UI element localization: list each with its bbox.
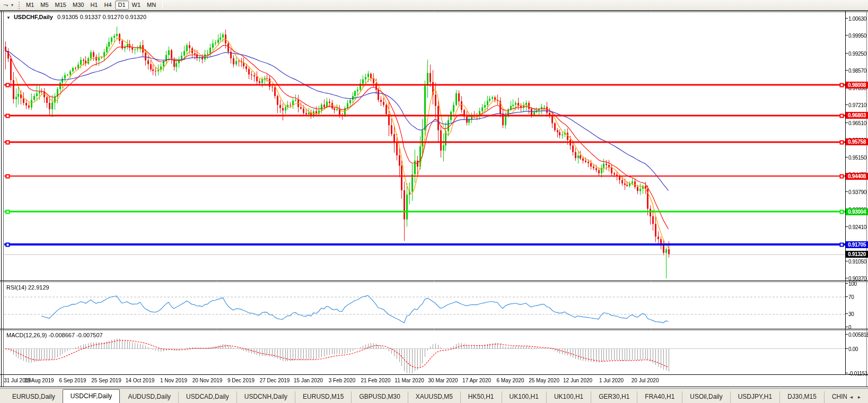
timeframe-button-m1[interactable]: M1 xyxy=(23,1,37,10)
tab-china300-h4[interactable]: CHINA300,H4 xyxy=(824,391,847,403)
timeframe-button-group: M1M5M15M30H1H4D1W1MN xyxy=(23,1,159,10)
chart-tabs: EURUSD,DailyUSDCHF,DailyAUDUSD,DailyUSDC… xyxy=(0,389,847,403)
timeframe-button-m15[interactable]: M15 xyxy=(52,1,69,10)
chart-tab-bar: EURUSD,DailyUSDCHF,DailyAUDUSD,DailyUSDC… xyxy=(0,388,868,403)
tab-ger30-h1[interactable]: GER30,H1 xyxy=(591,391,637,403)
tab-eurusd-m15[interactable]: EURUSD,M15 xyxy=(295,391,351,403)
tab-dj30-m15[interactable]: DJ30,M15 xyxy=(779,391,824,403)
chart-canvas[interactable] xyxy=(0,0,868,388)
tab-fra40-h1[interactable]: FRA40,H1 xyxy=(637,391,682,403)
timeframe-button-h4[interactable]: H4 xyxy=(101,1,115,10)
tab-usdchf-daily[interactable]: USDCHF,Daily xyxy=(63,389,120,403)
tab-usoil-daily[interactable]: USOil,Daily xyxy=(682,391,730,403)
tab-usdcnh-daily[interactable]: USDCNH,Daily xyxy=(236,391,295,403)
timeframe-button-h1[interactable]: H1 xyxy=(87,1,101,10)
crosshair-mode-icon[interactable]: ⤳ xyxy=(2,2,10,9)
toolbar-separator xyxy=(162,1,163,9)
timeframe-button-d1[interactable]: D1 xyxy=(115,1,129,10)
tab-scroll-controls: ◂ ▸ xyxy=(847,394,868,403)
tab-usdcad-daily[interactable]: USDCAD,Daily xyxy=(178,391,236,403)
tab-gbpusd-m30[interactable]: GBPUSD,M30 xyxy=(351,391,407,403)
tab-scroll-right-icon[interactable]: ▸ xyxy=(858,394,861,400)
tab-uk100-h1[interactable]: UK100,H1 xyxy=(546,391,591,403)
timeframe-button-m5[interactable]: M5 xyxy=(37,1,51,10)
timeframe-button-mn[interactable]: MN xyxy=(144,1,159,10)
tab-xauusd-m5[interactable]: XAUUSD,M5 xyxy=(408,391,460,403)
tab-hk50-h1[interactable]: HK50,H1 xyxy=(460,391,502,403)
chevron-down-icon[interactable]: ▾ xyxy=(11,3,13,7)
toolbar-grip-handle[interactable] xyxy=(19,2,20,9)
tab-eurusd-daily[interactable]: EURUSD,Daily xyxy=(4,391,63,403)
tab-scroll-left-icon[interactable]: ◂ xyxy=(850,394,853,400)
timeframe-button-m30[interactable]: M30 xyxy=(69,1,87,10)
tab-audusd-daily[interactable]: AUDUSD,Daily xyxy=(120,391,178,403)
timeframe-toolbar: ⤳ ▾ M1M5M15M30H1H4D1W1MN xyxy=(0,0,868,11)
tab-usdjpy-h1[interactable]: USDJPY,H1 xyxy=(730,391,779,403)
timeframe-button-w1[interactable]: W1 xyxy=(129,1,144,10)
tab-uk100-h1[interactable]: UK100,H1 xyxy=(502,391,546,403)
mt4-terminal-window: ⤳ ▾ M1M5M15M30H1H4D1W1MN ▼USDCHF,Daily0.… xyxy=(0,0,868,403)
